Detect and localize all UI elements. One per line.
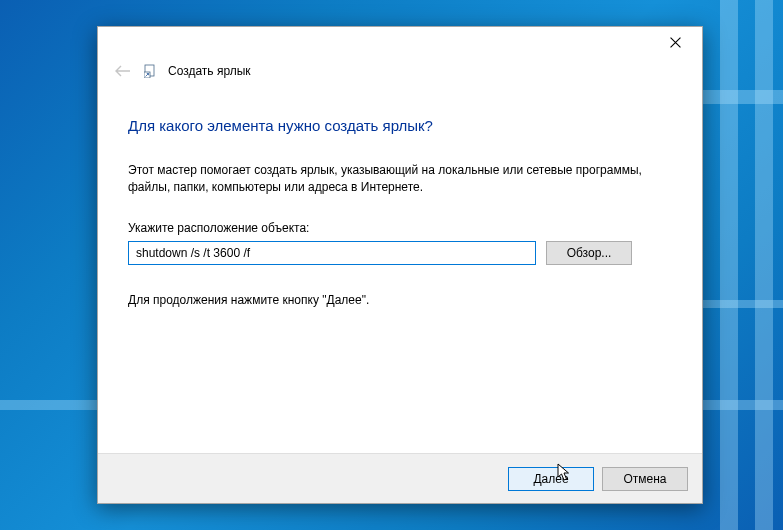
titlebar [98, 27, 702, 57]
close-icon [670, 37, 681, 48]
close-button[interactable] [660, 27, 690, 57]
bg-beam [700, 90, 783, 104]
shortcut-icon [144, 64, 158, 78]
browse-button[interactable]: Обзор... [546, 241, 632, 265]
location-input[interactable] [128, 241, 536, 265]
cancel-button[interactable]: Отмена [602, 467, 688, 491]
dialog-footer: Далее Отмена [98, 453, 702, 503]
next-button[interactable]: Далее [508, 467, 594, 491]
arrow-left-icon [114, 64, 132, 78]
back-button [112, 60, 134, 82]
dialog-content: Для какого элемента нужно создать ярлык?… [98, 85, 702, 453]
dialog-title: Создать ярлык [168, 64, 251, 78]
location-label: Укажите расположение объекта: [128, 221, 672, 235]
main-heading: Для какого элемента нужно создать ярлык? [128, 117, 672, 134]
continue-hint: Для продолжения нажмите кнопку "Далее". [128, 293, 672, 307]
bg-beam [720, 0, 738, 530]
location-input-row: Обзор... [128, 241, 672, 265]
bg-beam [755, 0, 773, 530]
description-text: Этот мастер помогает создать ярлык, указ… [128, 162, 672, 197]
header-row: Создать ярлык [98, 57, 702, 85]
create-shortcut-dialog: Создать ярлык Для какого элемента нужно … [97, 26, 703, 504]
